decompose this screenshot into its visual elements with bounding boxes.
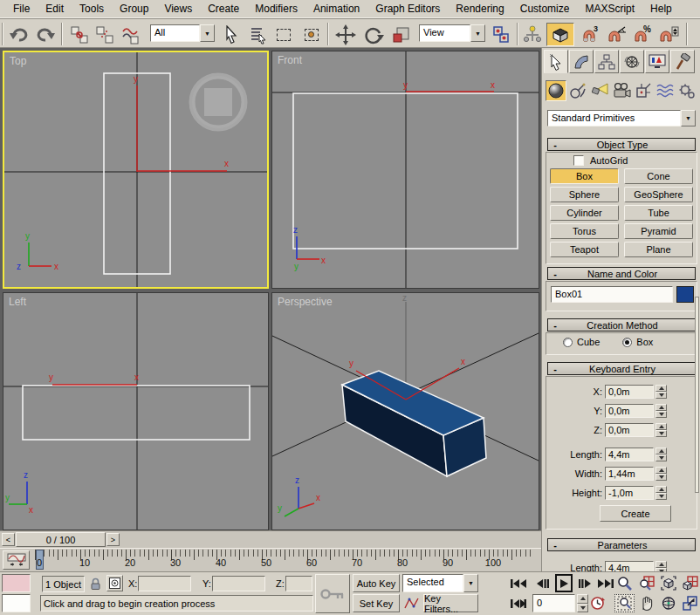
object-type-button[interactable]: Plane: [624, 242, 693, 257]
unlink-selection-button[interactable]: [93, 23, 116, 46]
viewport-left-label[interactable]: Left: [9, 296, 26, 308]
subtab-space-warps[interactable]: [655, 80, 676, 101]
tab-create[interactable]: [544, 50, 568, 73]
object-type-button[interactable]: Pyramid: [624, 223, 693, 239]
object-type-button[interactable]: GeoSphere: [624, 187, 693, 202]
set-key-button[interactable]: Set Key: [353, 594, 400, 612]
x-coord-input[interactable]: [138, 576, 191, 591]
select-and-rotate-button[interactable]: [361, 23, 385, 46]
collapse-icon[interactable]: -: [548, 140, 562, 150]
select-object-button[interactable]: [219, 23, 243, 46]
spinner-down-icon[interactable]: [655, 454, 667, 461]
spinner-up-icon[interactable]: [655, 561, 667, 568]
rollout-keyboard-entry-header[interactable]: - Keyboard Entry: [547, 362, 696, 375]
menu-item[interactable]: Edit: [38, 0, 72, 17]
select-by-name-button[interactable]: [245, 23, 269, 46]
numeric-input[interactable]: 0,0m: [605, 385, 654, 399]
rollout-object-type-header[interactable]: - Object Type: [547, 138, 696, 151]
collapse-icon[interactable]: -: [548, 320, 562, 331]
spinner-up-icon[interactable]: [655, 467, 667, 474]
object-color-swatch[interactable]: [676, 286, 694, 303]
redo-button[interactable]: [33, 23, 57, 46]
menu-item[interactable]: Customize: [512, 0, 578, 17]
object-type-button[interactable]: Tube: [624, 205, 693, 221]
viewport-top-label[interactable]: Top: [10, 55, 26, 67]
select-and-move-button[interactable]: [333, 23, 357, 46]
viewport-top-canvas[interactable]: y x y x z: [4, 52, 267, 287]
undo-button[interactable]: [7, 23, 31, 46]
select-and-link-button[interactable]: [67, 23, 91, 46]
min-max-toggle-button[interactable]: [680, 594, 700, 612]
maxscript-mini-listener-macro[interactable]: [2, 574, 31, 592]
object-type-button[interactable]: Teapot: [550, 242, 619, 257]
spinner-control[interactable]: [655, 467, 667, 481]
spinner-down-icon[interactable]: [577, 604, 588, 613]
autogrid-checkbox[interactable]: [573, 155, 584, 166]
numeric-input[interactable]: 4,4m: [605, 561, 654, 571]
chevron-down-icon[interactable]: ▼: [470, 24, 485, 42]
tab-hierarchy[interactable]: [594, 50, 619, 73]
spinner-control[interactable]: [655, 561, 667, 571]
snaps-toggle-button[interactable]: [546, 23, 574, 46]
menu-item[interactable]: Tools: [72, 0, 112, 17]
viewcube-face[interactable]: [204, 88, 232, 116]
pan-button[interactable]: [636, 594, 656, 612]
menu-item[interactable]: Group: [112, 0, 156, 17]
zoom-extents-button[interactable]: [658, 574, 678, 592]
track-bar[interactable]: 0102030405060708090100: [0, 548, 541, 571]
menu-item[interactable]: MAXScript: [577, 0, 642, 17]
viewport-perspective-label[interactable]: Perspective: [278, 296, 333, 308]
reference-coordinate-system-dropdown[interactable]: View ▼: [419, 24, 485, 42]
auto-key-button[interactable]: Auto Key: [353, 574, 400, 592]
chevron-down-icon[interactable]: ▼: [200, 24, 215, 42]
use-pivot-point-center-button[interactable]: [489, 23, 512, 46]
subtab-helpers[interactable]: [633, 80, 654, 101]
selection-lock-toggle[interactable]: [88, 576, 102, 592]
spinner-up-icon[interactable]: [655, 448, 667, 454]
collapse-icon[interactable]: -: [548, 364, 562, 374]
select-and-manipulate-button[interactable]: [522, 23, 543, 46]
viewport-front[interactable]: Front y x z y x: [271, 51, 539, 289]
subtab-lights[interactable]: [589, 80, 610, 101]
current-frame-field[interactable]: 0: [532, 594, 575, 612]
menu-item[interactable]: Views: [156, 0, 200, 17]
create-button[interactable]: Create: [600, 505, 671, 522]
viewport-perspective[interactable]: Perspective z y x z y x: [271, 292, 539, 530]
tab-modify[interactable]: [569, 50, 594, 73]
maxscript-mini-listener[interactable]: [2, 594, 31, 612]
frame-prev-button[interactable]: <: [2, 533, 15, 546]
select-and-scale-button[interactable]: [389, 23, 413, 46]
spinner-control[interactable]: [655, 385, 667, 399]
viewport-left-canvas[interactable]: y x z y x: [3, 293, 268, 530]
menu-item[interactable]: Modifiers: [247, 0, 305, 17]
chevron-down-icon[interactable]: ▼: [463, 574, 478, 592]
numeric-input[interactable]: 1,44m: [605, 467, 654, 481]
object-type-button[interactable]: Box: [550, 168, 619, 184]
menu-item[interactable]: Rendering: [448, 0, 511, 17]
absolute-mode-transform-toggle[interactable]: [106, 575, 123, 591]
tab-motion[interactable]: [620, 50, 644, 73]
menu-item[interactable]: File: [5, 0, 38, 17]
spinner-down-icon[interactable]: [655, 392, 667, 399]
spinner-control[interactable]: [655, 423, 667, 437]
toolbar-drag-handle[interactable]: [2, 23, 3, 45]
arc-rotate-button[interactable]: [658, 594, 678, 612]
previous-frame-button[interactable]: [533, 574, 552, 592]
rectangular-selection-region-button[interactable]: [271, 23, 295, 46]
chevron-down-icon[interactable]: ▼: [681, 110, 696, 126]
default-in-out-tangents-button[interactable]: [402, 594, 422, 612]
subtab-cameras[interactable]: [611, 80, 632, 101]
object-type-button[interactable]: Cone: [624, 168, 693, 184]
zoom-all-button[interactable]: [636, 574, 656, 592]
key-filter-dropdown[interactable]: Selected ▼: [402, 574, 478, 592]
viewport-left[interactable]: Left y x z y x: [3, 292, 269, 530]
time-slider-track[interactable]: < 0 / 100 >: [0, 530, 541, 548]
viewport-front-label[interactable]: Front: [278, 54, 302, 66]
creation-method-radio[interactable]: Cube: [563, 337, 600, 347]
zoom-button[interactable]: [614, 574, 635, 592]
subtab-systems[interactable]: [676, 80, 697, 101]
set-keys-button[interactable]: [315, 574, 350, 613]
spinner-down-icon[interactable]: [655, 411, 667, 418]
spinner-down-icon[interactable]: [655, 493, 667, 500]
selection-filter-dropdown[interactable]: All ▼: [150, 24, 215, 42]
